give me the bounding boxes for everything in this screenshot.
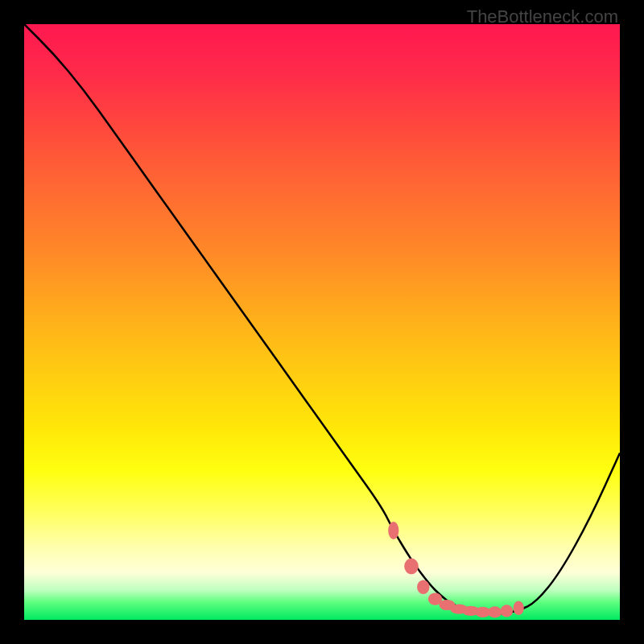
bottleneck-curve [24,24,620,614]
optimal-range-markers [388,522,524,617]
marker-dot [417,580,429,595]
marker-dot [488,606,502,617]
marker-dot [514,601,524,615]
chart-svg [24,24,620,620]
marker-dot [501,605,513,617]
marker-dot [404,559,419,575]
watermark-text: TheBottleneck.com [467,6,618,27]
marker-dot [388,522,398,539]
chart-container: TheBottleneck.com [0,0,644,644]
